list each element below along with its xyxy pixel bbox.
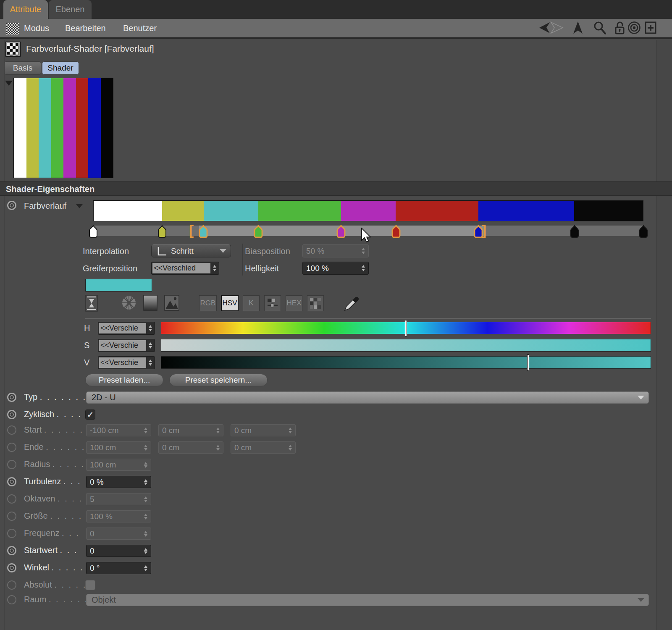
mode-hsv-button[interactable]: HSV (221, 295, 239, 311)
stepper-arrows[interactable] (142, 428, 147, 433)
shader-preview[interactable] (13, 78, 113, 178)
drag-handle-icon[interactable] (6, 23, 19, 35)
current-color-swatch[interactable] (85, 279, 152, 291)
stepper-arrows[interactable] (359, 265, 365, 271)
absolut-radio[interactable] (7, 580, 16, 590)
target-icon[interactable] (627, 21, 641, 34)
turbulenz-radio[interactable] (7, 477, 16, 486)
frequenz-radio[interactable] (7, 529, 16, 538)
start-radio[interactable] (7, 425, 16, 435)
start-z-field[interactable]: 0 cm (231, 424, 296, 436)
typ-dropdown[interactable]: 2D - U (86, 391, 649, 404)
tab-shader[interactable]: Shader (42, 61, 79, 75)
saturation-slider[interactable] (161, 339, 651, 352)
tab-ebenen[interactable]: Ebenen (49, 0, 92, 19)
radius-field[interactable]: 100 cm (86, 459, 151, 471)
hue-slider-marker[interactable] (405, 320, 407, 336)
preset-save-button[interactable]: Preset speichern... (169, 374, 268, 386)
compact-icon[interactable] (85, 295, 98, 312)
zyklisch-radio[interactable] (7, 410, 16, 419)
image-icon[interactable] (164, 295, 179, 311)
forward-arrow-ghost-icon[interactable] (549, 21, 565, 34)
stepper-arrows[interactable] (286, 428, 292, 433)
absolut-checkbox[interactable] (85, 580, 95, 590)
stepper-arrows[interactable] (142, 531, 147, 537)
eyedropper-icon[interactable] (344, 295, 360, 312)
menu-bearbeiten[interactable]: Bearbeiten (65, 19, 106, 37)
value-slider-marker[interactable] (527, 354, 529, 371)
groesse-field[interactable]: 100 % (86, 510, 151, 522)
menu-modus[interactable]: Modus (24, 19, 49, 37)
stepper-arrows[interactable] (142, 496, 147, 502)
pointer-arrow-icon[interactable] (572, 21, 584, 34)
gradient-knot-selected[interactable] (199, 225, 208, 238)
zyklisch-checkbox[interactable]: ✓ (85, 410, 95, 420)
search-icon[interactable] (593, 21, 606, 35)
startwert-radio[interactable] (7, 546, 16, 555)
stepper-arrows[interactable] (146, 342, 152, 349)
raum-radio[interactable] (7, 595, 16, 604)
stepper-arrows[interactable] (146, 360, 152, 366)
stepper-arrows[interactable] (146, 325, 152, 331)
stepper-arrows[interactable] (286, 445, 292, 451)
winkel-field[interactable]: 0 ° (86, 562, 151, 574)
stepper-arrows[interactable] (359, 248, 365, 254)
stepper-arrows[interactable] (214, 428, 220, 433)
farbverlauf-collapse-icon[interactable] (76, 204, 83, 208)
gradient-knot[interactable] (89, 225, 98, 238)
startwert-field[interactable]: 0 (86, 545, 151, 557)
tab-attribute[interactable]: Attribute (3, 0, 48, 19)
collapse-triangle-icon[interactable] (5, 81, 13, 86)
add-panel-icon[interactable] (644, 21, 657, 34)
stepper-arrows[interactable] (142, 514, 147, 520)
farbverlauf-enable-radio[interactable] (7, 201, 16, 210)
ende-radio[interactable] (7, 443, 16, 452)
swatches-button[interactable] (307, 295, 324, 311)
start-x-field[interactable]: -100 cm (86, 424, 151, 436)
gradient-knot-selected[interactable] (391, 225, 401, 238)
stepper-arrows[interactable] (142, 445, 147, 451)
gradient-knot[interactable] (158, 225, 167, 238)
spectrum-icon[interactable] (143, 295, 158, 311)
mixer-button[interactable] (264, 295, 281, 311)
preset-load-button[interactable]: Preset laden... (85, 374, 163, 386)
channel-s-field[interactable]: <<Verschie (98, 339, 155, 352)
groesse-radio[interactable] (7, 512, 16, 521)
stepper-arrows[interactable] (142, 565, 147, 571)
helligkeit-field[interactable]: 100 % (302, 262, 369, 275)
gradient-knot[interactable] (570, 225, 579, 238)
typ-radio[interactable] (7, 393, 16, 402)
value-slider[interactable] (161, 356, 651, 369)
oktaven-field[interactable]: 5 (86, 493, 151, 505)
gradient-knot-selected[interactable] (254, 225, 263, 238)
lock-open-icon[interactable] (614, 21, 626, 35)
color-wheel-icon[interactable] (121, 295, 136, 311)
greiferposition-field[interactable]: <<Verschied (151, 262, 219, 275)
radius-radio[interactable] (7, 460, 16, 469)
channel-h-field[interactable]: <<Verschie (98, 322, 155, 335)
frequenz-field[interactable]: 0 (86, 528, 151, 540)
ende-x-field[interactable]: 100 cm (86, 441, 151, 454)
gradient-knot[interactable] (639, 225, 648, 238)
mode-k-button[interactable]: K (243, 295, 260, 311)
oktaven-radio[interactable] (7, 494, 16, 504)
mode-hex-button[interactable]: HEX (286, 295, 302, 311)
interpolation-dropdown[interactable]: Schritt (151, 244, 231, 257)
channel-v-field[interactable]: <<Verschie (98, 356, 155, 369)
hue-slider[interactable] (161, 322, 651, 334)
tab-basis[interactable]: Basis (4, 61, 41, 75)
stepper-arrows[interactable] (142, 548, 147, 554)
stepper-arrows[interactable] (142, 479, 147, 485)
raum-dropdown[interactable]: Objekt (86, 594, 649, 606)
turbulenz-field[interactable]: 0 % (86, 476, 151, 488)
ende-y-field[interactable]: 0 cm (158, 441, 223, 454)
gradient-knot-selected[interactable] (336, 225, 346, 238)
biasposition-field[interactable]: 50 % (302, 244, 369, 257)
winkel-radio[interactable] (7, 563, 16, 572)
ende-z-field[interactable]: 0 cm (231, 441, 296, 454)
stepper-arrows[interactable] (210, 265, 216, 271)
stepper-arrows[interactable] (142, 462, 147, 468)
mode-rgb-button[interactable]: RGB (199, 295, 217, 311)
stepper-arrows[interactable] (214, 445, 220, 451)
start-y-field[interactable]: 0 cm (158, 424, 223, 436)
